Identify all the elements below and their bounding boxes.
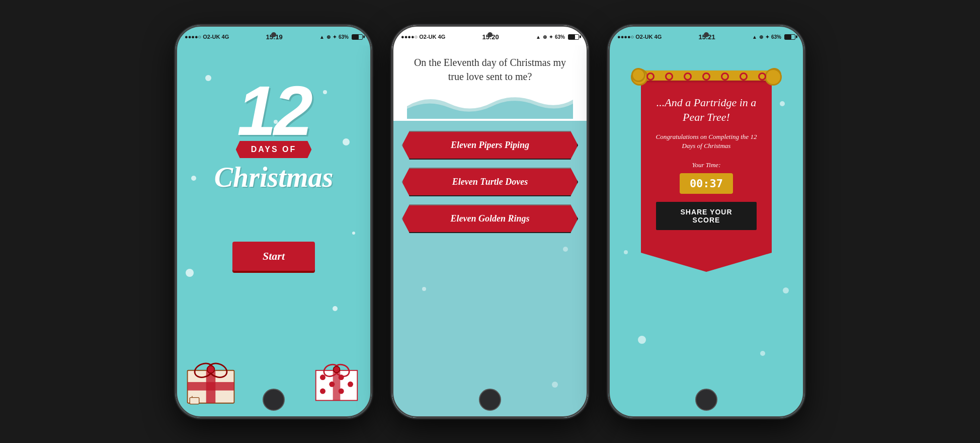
battery-icon (568, 34, 579, 40)
results-screen: ...And a Partridge in a Pear Tree! Congr… (608, 45, 804, 418)
svg-point-12 (348, 382, 353, 387)
snow-dot (422, 287, 426, 291)
congrats-text: Congratulations on Completing the 12 Day… (651, 132, 762, 151)
answer-button-2[interactable]: Eleven Turtle Doves (402, 168, 578, 196)
quiz-screen-bg: On the Eleventh day of Christmas my true… (392, 45, 588, 418)
battery-icon (784, 34, 795, 40)
signal-icon: ▲ (536, 34, 541, 40)
carrier-text: ●●●●○ O2-UK 4G (401, 34, 445, 40)
results-screen-bg: ...And a Partridge in a Pear Tree! Congr… (608, 45, 804, 418)
battery-icon (352, 34, 363, 40)
phone-results: ●●●●○ O2-UK 4G 15:21 ▲ ⊛ ✦ 63% (608, 25, 804, 418)
front-camera (704, 32, 709, 37)
battery-text: 63% (771, 34, 781, 40)
time-value: 00:37 (680, 173, 733, 194)
snow-dot (552, 382, 558, 388)
svg-rect-2 (188, 382, 234, 391)
phones-container: ●●●●○ O2-UK 4G 15:19 ▲ ⊛ ✦ 63% (176, 25, 804, 418)
home-screen: 12 DAYS OF Christmas Start (176, 45, 372, 418)
svg-point-18 (334, 366, 340, 373)
status-icons: ▲ ⊛ ✦ 63% (752, 34, 795, 40)
home-screen-bg: 12 DAYS OF Christmas Start (176, 45, 372, 418)
loop-3 (684, 72, 692, 81)
home-button[interactable] (263, 389, 285, 411)
bluetooth-icon: ✦ (333, 34, 337, 40)
loop-1 (646, 72, 655, 81)
front-camera (271, 32, 276, 37)
bluetooth-icon: ✦ (549, 34, 553, 40)
home-button[interactable] (695, 389, 717, 411)
number-12: 12 (237, 76, 310, 146)
carrier-text: ●●●●○ O2-UK 4G (185, 34, 229, 40)
battery-text: 63% (555, 34, 565, 40)
svg-point-9 (320, 375, 325, 380)
home-button[interactable] (479, 389, 501, 411)
lock-icon: ⊛ (543, 34, 547, 40)
status-icons: ▲ ⊛ ✦ 63% (536, 34, 579, 40)
carrier-text: ●●●●○ O2-UK 4G (617, 34, 662, 40)
christmas-title: Christmas (214, 161, 334, 193)
answer-button-1[interactable]: Eleven Pipers Piping (402, 131, 578, 160)
answer-button-3[interactable]: Eleven Golden Rings (402, 204, 578, 233)
svg-rect-6 (190, 398, 199, 404)
signal-icon: ▲ (752, 34, 757, 40)
partridge-title: ...And a Partridge in a Pear Tree! (651, 96, 762, 124)
battery-text: 63% (339, 34, 349, 40)
snow-dot (563, 247, 568, 252)
quiz-screen: On the Eleventh day of Christmas my true… (392, 45, 588, 418)
loop-4 (702, 72, 710, 81)
question-text: On the Eleventh day of Christmas my true… (407, 55, 573, 84)
svg-point-13 (320, 389, 325, 394)
bluetooth-icon: ✦ (765, 34, 769, 40)
svg-point-5 (207, 365, 215, 373)
results-banner: ...And a Partridge in a Pear Tree! Congr… (641, 81, 772, 272)
loop-2 (665, 72, 673, 81)
signal-icon: ▲ (319, 34, 324, 40)
wave-divider (407, 89, 573, 119)
loop-5 (721, 72, 729, 81)
share-score-button[interactable]: Share Your Score (656, 202, 757, 230)
banner-loops (641, 70, 772, 79)
question-area: On the Eleventh day of Christmas my true… (392, 45, 588, 121)
status-icons: ▲ ⊛ ✦ 63% (319, 34, 363, 40)
gift-left (181, 342, 241, 408)
front-camera (487, 32, 493, 37)
start-button[interactable]: Start (232, 242, 315, 271)
days-of-banner: DAYS OF (236, 141, 312, 158)
phone-home: ●●●●○ O2-UK 4G 15:19 ▲ ⊛ ✦ 63% (176, 25, 372, 418)
phone-quiz: ●●●●○ O2-UK 4G 15:20 ▲ ⊛ ✦ 63% On the El… (392, 25, 588, 418)
lock-icon: ⊛ (759, 34, 763, 40)
answers-area: Eleven Pipers Piping Eleven Turtle Doves… (392, 121, 588, 418)
your-time-label: Your Time: (692, 161, 721, 169)
quiz-layout: On the Eleventh day of Christmas my true… (392, 45, 588, 418)
gift-right (311, 347, 362, 403)
lock-icon: ⊛ (326, 34, 331, 40)
